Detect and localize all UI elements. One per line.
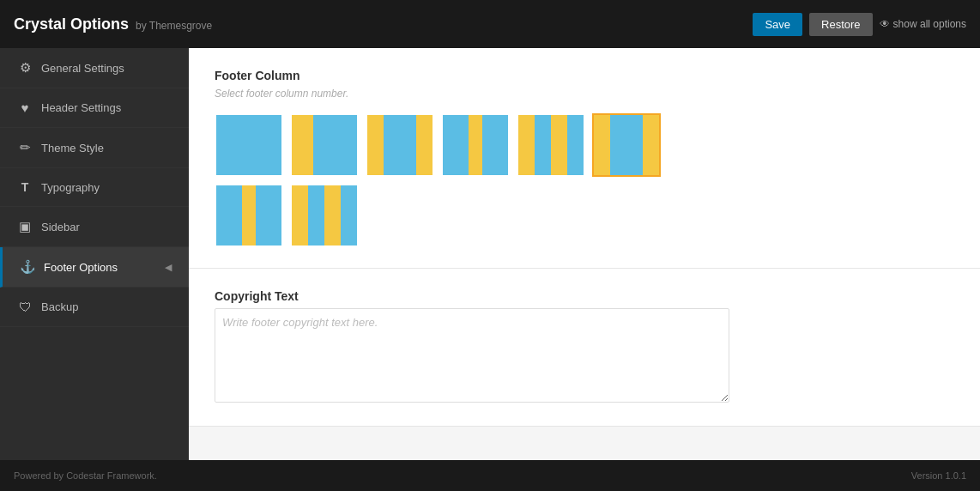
show-all-options[interactable]: 👁 show all options [880, 18, 966, 30]
show-all-label: show all options [893, 18, 966, 30]
branding: Crystal Options by Themesgrove [14, 15, 212, 33]
app-subtitle: by Themesgrove [136, 20, 212, 32]
sidebar-item-backup[interactable]: 🛡 Backup [0, 288, 189, 327]
pencil-icon: ✏ [17, 140, 33, 155]
seg-blue [610, 115, 643, 175]
seg-yellow2 [324, 185, 341, 246]
seg-yellow2 [643, 115, 659, 175]
sidebar-arrow: ◀ [165, 262, 172, 273]
shield-icon: 🛡 [17, 300, 33, 314]
footer-column-desc: Select footer column number. [215, 88, 954, 100]
col-option-7[interactable] [215, 184, 283, 247]
seg-yellow [367, 115, 384, 175]
seg-blue [216, 115, 281, 175]
seg-yellow [242, 185, 255, 246]
top-actions: Save Restore 👁 show all options [753, 13, 966, 36]
eye-icon: 👁 [880, 18, 890, 30]
column-options-row2 [215, 184, 954, 247]
column-options [215, 113, 954, 177]
sidebar-item-footer-options[interactable]: ⚓ Footer Options ◀ [0, 247, 189, 288]
app-title: Crystal Options [14, 15, 129, 33]
seg-blue2 [482, 115, 508, 175]
top-bar: Crystal Options by Themesgrove Save Rest… [0, 0, 980, 48]
seg-blue [535, 115, 551, 175]
seg-yellow [469, 115, 481, 175]
seg-blue [308, 185, 324, 246]
sidebar-icon: ▣ [17, 219, 33, 234]
col-option-6[interactable] [592, 113, 661, 177]
sidebar-item-label: Theme Style [41, 142, 104, 155]
seg-yellow [292, 185, 308, 246]
sidebar-item-sidebar[interactable]: ▣ Sidebar [0, 207, 189, 247]
gear-icon: ⚙ [17, 60, 33, 76]
seg-yellow [518, 115, 535, 175]
seg-yellow2 [416, 115, 433, 175]
sidebar: ⚙ General Settings ♥ Header Settings ✏ T… [0, 48, 189, 460]
seg-yellow [594, 115, 610, 175]
save-button[interactable]: Save [753, 13, 802, 36]
col-option-4[interactable] [441, 113, 510, 177]
content-area: Footer Column Select footer column numbe… [189, 48, 980, 460]
copyright-label: Copyright Text [215, 289, 954, 303]
sidebar-item-typography[interactable]: T Typography [0, 168, 189, 207]
seg-blue2 [256, 185, 281, 246]
typography-icon: T [17, 180, 33, 194]
restore-button[interactable]: Restore [809, 13, 873, 36]
sidebar-item-label: Backup [41, 300, 78, 313]
col-option-2[interactable] [290, 113, 359, 177]
seg-blue [313, 115, 357, 175]
col-option-3[interactable] [366, 113, 434, 177]
sidebar-item-theme-style[interactable]: ✏ Theme Style [0, 128, 189, 168]
seg-blue [443, 115, 469, 175]
sidebar-item-label: Sidebar [41, 221, 80, 233]
footer-column-section: Footer Column Select footer column numbe… [189, 48, 980, 269]
sidebar-item-general-settings[interactable]: ⚙ General Settings [0, 48, 189, 88]
version: Version 1.0.1 [911, 470, 966, 481]
sidebar-item-header-settings[interactable]: ♥ Header Settings [0, 88, 189, 128]
sidebar-item-label: Typography [41, 181, 100, 194]
seg-blue2 [567, 115, 584, 175]
main-layout: ⚙ General Settings ♥ Header Settings ✏ T… [0, 48, 980, 460]
seg-blue [216, 185, 242, 246]
seg-blue [384, 115, 416, 175]
col-option-8[interactable] [290, 184, 359, 247]
col-option-1[interactable] [215, 113, 283, 177]
copyright-textarea[interactable] [215, 308, 729, 403]
footer-column-label: Footer Column [215, 69, 954, 82]
sidebar-item-label: General Settings [41, 62, 124, 75]
seg-yellow2 [551, 115, 567, 175]
sidebar-item-label: Header Settings [41, 101, 121, 114]
powered-by: Powered by Codestar Framework. [14, 470, 157, 481]
bottom-bar: Powered by Codestar Framework. Version 1… [0, 460, 980, 491]
anchor-icon: ⚓ [20, 259, 35, 275]
sidebar-item-label: Footer Options [44, 261, 118, 274]
seg-blue2 [341, 185, 357, 246]
copyright-section: Copyright Text [189, 269, 980, 427]
col-option-5[interactable] [517, 113, 585, 177]
seg-yellow [292, 115, 313, 175]
heart-icon: ♥ [17, 100, 33, 115]
